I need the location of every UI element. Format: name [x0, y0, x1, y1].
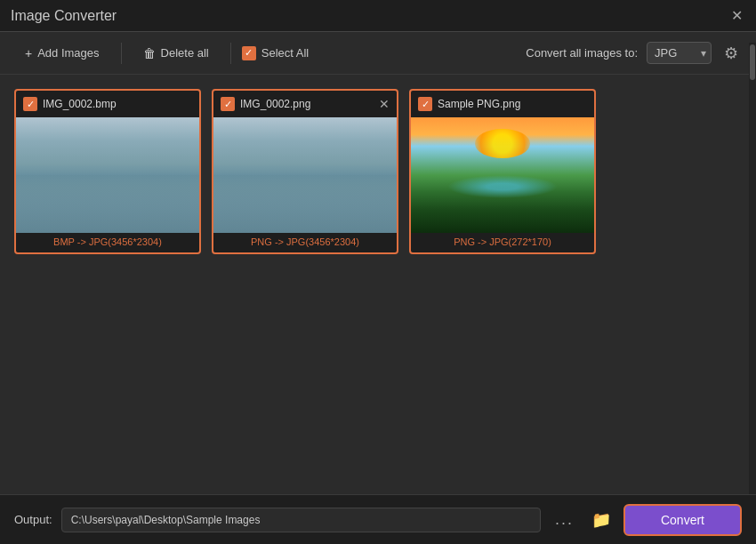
add-images-label: Add Images	[37, 46, 99, 60]
card-caption-2: PNG -> JPG(3456*2304)	[213, 233, 397, 252]
titlebar: Image Converter ✕	[0, 0, 756, 32]
trash-icon: 🗑	[143, 46, 156, 60]
bottom-bar: Output: ... 📁 Convert	[0, 494, 756, 544]
dots-button[interactable]: ...	[550, 507, 579, 532]
format-select-wrapper: JPGPNGBMPTIFFWEBPGIF	[647, 42, 712, 64]
card-checkbox-1[interactable]: ✓	[23, 97, 37, 111]
card-close-2[interactable]: ✕	[379, 98, 390, 110]
scrollbar[interactable]	[749, 43, 756, 494]
toolbar-right: Convert all images to: JPGPNGBMPTIFFWEBP…	[526, 40, 742, 67]
image-grid: ✓ IMG_0002.bmp BMP -> JPG(3456*2304) ✓ I…	[14, 89, 742, 254]
card-header-3: ✓ Sample PNG.png	[411, 91, 594, 117]
format-select[interactable]: JPGPNGBMPTIFFWEBPGIF	[647, 42, 712, 64]
main-content: ✓ IMG_0002.bmp BMP -> JPG(3456*2304) ✓ I…	[0, 75, 756, 494]
lake-image-1	[16, 117, 199, 233]
close-button[interactable]: ✕	[728, 7, 745, 25]
card-caption-1: BMP -> JPG(3456*2304)	[16, 233, 199, 252]
select-all-checkbox[interactable]: ✓ Select All	[242, 46, 309, 60]
card-filename-2: IMG_0002.png	[240, 98, 374, 110]
card-caption-3: PNG -> JPG(272*170)	[411, 233, 594, 252]
delete-all-label: Delete all	[161, 46, 209, 60]
checkbox-visual: ✓	[242, 46, 256, 60]
lake-image-2	[213, 117, 397, 233]
scenery-image	[411, 117, 594, 233]
output-path-input[interactable]	[61, 508, 541, 532]
folder-button[interactable]: 📁	[588, 507, 615, 533]
output-label: Output:	[14, 513, 52, 526]
card-checkbox-3[interactable]: ✓	[418, 97, 432, 111]
convert-button[interactable]: Convert	[623, 504, 742, 536]
card-image-3	[411, 117, 594, 233]
card-filename-1: IMG_0002.bmp	[43, 98, 192, 110]
scroll-thumb	[750, 44, 755, 80]
card-header-1: ✓ IMG_0002.bmp	[16, 91, 199, 117]
separator-1	[121, 43, 122, 64]
card-checkbox-2[interactable]: ✓	[221, 97, 235, 111]
delete-all-button[interactable]: 🗑 Delete all	[133, 41, 220, 66]
card-image-2: ⊡ ≡ ⚙	[213, 117, 397, 233]
plus-icon: +	[25, 46, 32, 60]
card-filename-3: Sample PNG.png	[438, 98, 587, 110]
image-card-1: ✓ IMG_0002.bmp BMP -> JPG(3456*2304)	[14, 89, 201, 254]
card-header-2: ✓ IMG_0002.png ✕	[213, 91, 397, 117]
add-images-button[interactable]: + Add Images	[14, 41, 110, 66]
settings-button[interactable]: ⚙	[720, 40, 742, 67]
separator-2	[230, 43, 231, 64]
convert-format-label: Convert all images to:	[526, 46, 638, 60]
toolbar: + Add Images 🗑 Delete all ✓ Select All C…	[0, 32, 756, 75]
app-title: Image Converter	[11, 8, 117, 24]
image-card-3: ✓ Sample PNG.png PNG -> JPG(272*170)	[409, 89, 596, 254]
card-image-1	[16, 117, 199, 233]
select-all-label: Select All	[261, 46, 309, 60]
image-card-2: ✓ IMG_0002.png ✕ ⊡ ≡ ⚙ PNG -> JPG(3456*2…	[212, 89, 398, 254]
